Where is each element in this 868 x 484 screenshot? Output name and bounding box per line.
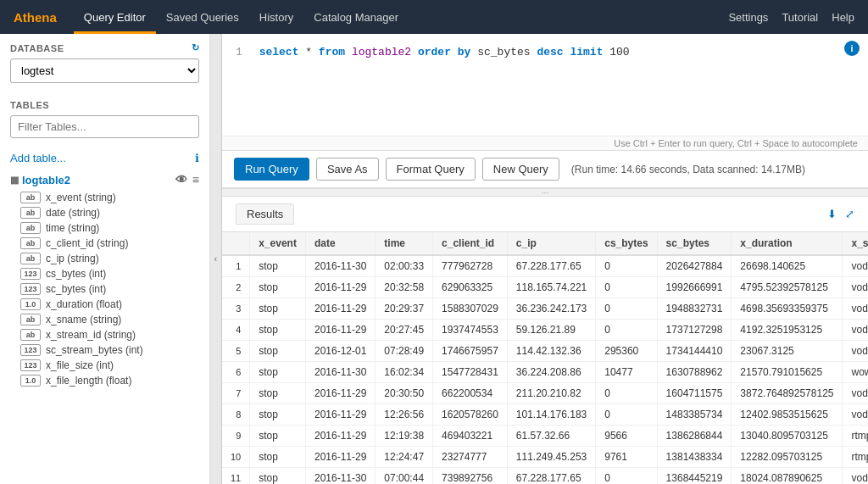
editor-area[interactable]: 1 select * from logtable2 order by sc_by… bbox=[222, 34, 868, 136]
tables-label: TABLES bbox=[10, 100, 199, 110]
table-cell: stop bbox=[250, 383, 306, 404]
column-item: abtime (string) bbox=[0, 220, 209, 236]
table-cell: 1992666991 bbox=[657, 277, 732, 298]
filter-tables-input[interactable] bbox=[10, 115, 199, 138]
nav-item-history[interactable]: History bbox=[249, 0, 303, 34]
table-row: 6stop2016-11-3016:02:34154772843136.224.… bbox=[222, 362, 868, 383]
brand-logo: Athena bbox=[14, 10, 57, 25]
table-cell: 1381438334 bbox=[657, 447, 732, 468]
table-row: 4stop2016-11-2920:27:45193747455359.126.… bbox=[222, 320, 868, 341]
table-cell: stop bbox=[250, 447, 306, 468]
results-icons: ⬇ ⤢ bbox=[827, 208, 854, 220]
column-item: 123sc_bytes (int) bbox=[0, 281, 209, 297]
col-header-date: date bbox=[305, 232, 375, 255]
table-cell: 1737127298 bbox=[657, 320, 732, 341]
table-cell: 2016-11-29 bbox=[305, 320, 375, 341]
table-item[interactable]: ▦ logtable2 👁 ≡ bbox=[0, 170, 209, 190]
col-name: date (string) bbox=[46, 207, 100, 219]
col-name: c_ip (string) bbox=[46, 253, 99, 264]
table-cell: 1630788962 bbox=[657, 362, 732, 383]
sidebar-collapse-handle[interactable]: ‹ bbox=[210, 34, 222, 484]
table-cell: 1 bbox=[222, 255, 250, 277]
table-cell: 6 bbox=[222, 362, 250, 383]
preview-icon[interactable]: 👁 bbox=[175, 173, 187, 186]
results-panel: Results ⬇ ⤢ x_eventdatetimec_client_idc_… bbox=[222, 197, 868, 484]
results-tab[interactable]: Results bbox=[236, 203, 294, 225]
col-type-badge: ab bbox=[20, 237, 41, 249]
table-cell: 295360 bbox=[596, 341, 657, 362]
table-cell: 2016-11-29 bbox=[305, 383, 375, 404]
column-item: abc_ip (string) bbox=[0, 251, 209, 266]
table-cell: 469403221 bbox=[433, 426, 508, 447]
table-cell: wowz://192.168.1.94:1935/live/_definst_/… bbox=[843, 362, 868, 383]
table-cell: 36.224.208.86 bbox=[507, 362, 595, 383]
expand-icon[interactable]: ⤢ bbox=[845, 208, 854, 220]
content-area: i 1 select * from logtable2 order by sc_… bbox=[222, 34, 868, 484]
database-label: DATABASE ↻ bbox=[10, 42, 199, 53]
database-select[interactable]: logtest bbox=[10, 58, 199, 83]
table-cell: 1368445219 bbox=[657, 468, 732, 485]
table-cell: stop bbox=[250, 320, 306, 341]
table-cell: vod164_Live/live_dms bbox=[843, 341, 868, 362]
table-cell: 4192.3251953125 bbox=[732, 320, 843, 341]
nav-item-saved-queries[interactable]: Saved Queries bbox=[156, 0, 249, 34]
col-type-badge: ab bbox=[20, 207, 41, 219]
table-cell: 211.20.210.82 bbox=[507, 383, 595, 404]
table-cell: vod120_Live/test bbox=[843, 320, 868, 341]
table-menu-icon[interactable]: ≡ bbox=[192, 173, 199, 186]
nav-right-settings[interactable]: Settings bbox=[728, 11, 768, 24]
info-icon[interactable]: ℹ bbox=[195, 152, 199, 164]
col-name: c_client_id (string) bbox=[46, 237, 128, 249]
table-cell: 26698.140625 bbox=[732, 255, 843, 277]
results-thead: x_eventdatetimec_client_idc_ipcs_bytessc… bbox=[222, 232, 868, 255]
nav-items: Query EditorSaved QueriesHistoryCatalog … bbox=[74, 0, 729, 34]
download-icon[interactable]: ⬇ bbox=[827, 208, 837, 220]
format-query-button[interactable]: Format Query bbox=[386, 158, 476, 181]
table-cell: 0 bbox=[596, 298, 657, 320]
editor-info-btn[interactable]: i bbox=[844, 41, 860, 56]
table-cell: stop bbox=[250, 277, 306, 298]
nav-right-help[interactable]: Help bbox=[832, 11, 854, 24]
nav-item-query-editor[interactable]: Query Editor bbox=[74, 0, 156, 34]
table-cell: 9761 bbox=[596, 447, 657, 468]
table-cell: 4 bbox=[222, 320, 250, 341]
table-cell: 59.126.21.89 bbox=[507, 320, 595, 341]
nav-item-catalog-manager[interactable]: Catalog Manager bbox=[303, 0, 409, 34]
col-header-sc_bytes: sc_bytes bbox=[657, 232, 732, 255]
table-cell: stop bbox=[250, 341, 306, 362]
refresh-icon[interactable]: ↻ bbox=[192, 42, 200, 53]
table-cell: 4795.52392578125 bbox=[732, 277, 843, 298]
new-query-button[interactable]: New Query bbox=[482, 158, 559, 181]
run-query-button[interactable]: Run Query bbox=[234, 158, 309, 181]
col-header-time: time bbox=[376, 232, 433, 255]
col-header-x_event: x_event bbox=[250, 232, 306, 255]
col-header-x_sname: x_sname bbox=[843, 232, 868, 255]
column-item: abdate (string) bbox=[0, 205, 209, 220]
nav-right-tutorial[interactable]: Tutorial bbox=[782, 11, 818, 24]
results-tbody: 1stop2016-11-3002:00:3377796272867.228.1… bbox=[222, 255, 868, 484]
column-item: abc_client_id (string) bbox=[0, 236, 209, 251]
columns-list: abx_event (string)abdate (string)abtime … bbox=[0, 190, 209, 388]
table-cell: 7 bbox=[222, 383, 250, 404]
table-cell: vod120_Live/test bbox=[843, 298, 868, 320]
top-nav: Athena Query EditorSaved QueriesHistoryC… bbox=[0, 0, 868, 34]
table-cell: stop bbox=[250, 255, 306, 277]
save-as-button[interactable]: Save As bbox=[316, 158, 379, 181]
table-cell: 13040.8095703125 bbox=[732, 426, 843, 447]
table-cell: 0 bbox=[596, 383, 657, 404]
table-cell: 101.14.176.183 bbox=[507, 404, 595, 426]
table-cell: 20:30:50 bbox=[376, 383, 433, 404]
sidebar: DATABASE ↻ logtest TABLES Add table... ℹ… bbox=[0, 34, 210, 484]
table-row: 9stop2016-11-2912:19:3846940322161.57.32… bbox=[222, 426, 868, 447]
table-cell: 12:24:47 bbox=[376, 447, 433, 468]
table-cell: 3 bbox=[222, 298, 250, 320]
add-table-link[interactable]: Add table... ℹ bbox=[0, 147, 209, 170]
drag-handle[interactable]: ··· bbox=[222, 188, 868, 197]
table-cell: stop bbox=[250, 426, 306, 447]
col-header-c_client_id: c_client_id bbox=[433, 232, 508, 255]
toolbar: Run Query Save As Format Query New Query… bbox=[222, 151, 868, 188]
table-cell: 07:28:49 bbox=[376, 341, 433, 362]
table-cell: rtmp://192.168.1.94:1935/live-transcode/… bbox=[843, 426, 868, 447]
table-cell: 2016-11-29 bbox=[305, 277, 375, 298]
column-item: abx_event (string) bbox=[0, 190, 209, 205]
